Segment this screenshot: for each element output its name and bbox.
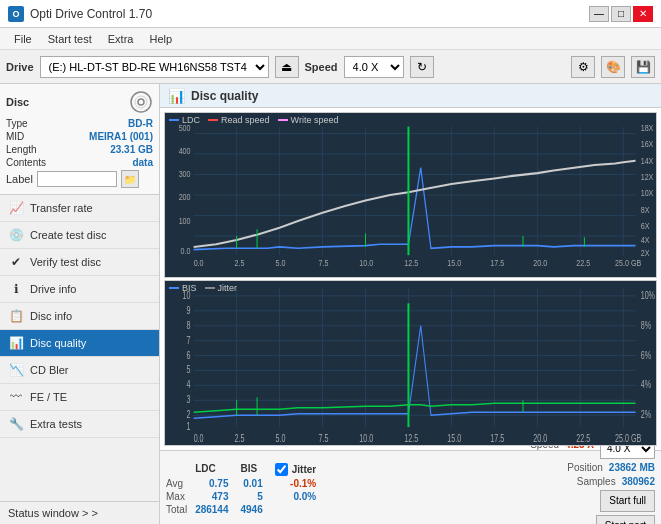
sidebar-item-cd-bler[interactable]: 📉 CD Bler: [0, 357, 159, 384]
mid-value: MEIRA1 (001): [89, 131, 153, 142]
stats-avg-row: Avg 0.75 0.01 -0.1%: [166, 477, 328, 490]
close-button[interactable]: ✕: [633, 6, 653, 22]
jitter-checkbox[interactable]: [275, 463, 288, 476]
svg-text:0.0: 0.0: [194, 257, 204, 268]
svg-text:6X: 6X: [641, 220, 650, 231]
svg-text:5: 5: [187, 364, 191, 376]
drive-toolbar: Drive (E:) HL-DT-ST BD-RE WH16NS58 TST4 …: [0, 50, 661, 84]
svg-text:2%: 2%: [641, 409, 651, 421]
drive-info-icon: ℹ: [8, 281, 24, 297]
speed-select[interactable]: 4.0 X: [344, 56, 404, 78]
samples-info: Samples 380962: [577, 476, 655, 487]
create-test-disc-icon: 💿: [8, 227, 24, 243]
svg-point-1: [138, 99, 144, 105]
eject-button[interactable]: ⏏: [275, 56, 299, 78]
start-part-button[interactable]: Start part: [596, 515, 655, 525]
sidebar-item-disc-quality[interactable]: 📊 Disc quality: [0, 330, 159, 357]
sidebar-item-create-test-disc[interactable]: 💿 Create test disc: [0, 222, 159, 249]
svg-text:1: 1: [187, 421, 191, 433]
svg-text:4: 4: [187, 379, 191, 391]
theme-button[interactable]: 🎨: [601, 56, 625, 78]
length-value: 23.31 GB: [110, 144, 153, 155]
sidebar-item-transfer-rate[interactable]: 📈 Transfer rate: [0, 195, 159, 222]
menu-bar: File Start test Extra Help: [0, 28, 661, 50]
type-label: Type: [6, 118, 28, 129]
sidebar-item-label: Drive info: [30, 283, 76, 295]
label-browse-button[interactable]: 📁: [121, 170, 139, 188]
stats-max-row: Max 473 5 0.0%: [166, 490, 328, 503]
svg-text:2: 2: [187, 409, 191, 421]
sidebar-item-drive-info[interactable]: ℹ Drive info: [0, 276, 159, 303]
start-full-button[interactable]: Start full: [600, 490, 655, 512]
charts-area: LDC Read speed Write speed: [160, 108, 661, 450]
col-header-empty: [166, 460, 195, 477]
samples-val: 380962: [622, 476, 655, 487]
write-legend-label: Write speed: [291, 115, 339, 125]
svg-text:200: 200: [179, 191, 191, 202]
svg-text:15.0: 15.0: [447, 433, 461, 445]
svg-text:4X: 4X: [641, 234, 650, 245]
svg-text:8: 8: [187, 319, 191, 331]
label-input[interactable]: [37, 171, 117, 187]
quality-title: Disc quality: [191, 89, 258, 103]
bis-legend-label: BIS: [182, 283, 197, 293]
sidebar-item-label: Verify test disc: [30, 256, 101, 268]
avg-bis: 0.01: [241, 477, 275, 490]
sidebar-item-verify-test-disc[interactable]: ✔ Verify test disc: [0, 249, 159, 276]
drive-select[interactable]: (E:) HL-DT-ST BD-RE WH16NS58 TST4: [40, 56, 269, 78]
ldc-chart: LDC Read speed Write speed: [164, 112, 657, 278]
fe-te-icon: 〰: [8, 389, 24, 405]
minimize-button[interactable]: —: [589, 6, 609, 22]
svg-text:16X: 16X: [641, 138, 654, 149]
menu-help[interactable]: Help: [141, 31, 180, 47]
col-header-ldc: LDC: [195, 460, 240, 477]
svg-text:5.0: 5.0: [275, 433, 285, 445]
svg-text:0.0: 0.0: [181, 245, 191, 256]
svg-text:5.0: 5.0: [275, 257, 285, 268]
app-icon: O: [8, 6, 24, 22]
svg-text:22.5: 22.5: [576, 257, 590, 268]
status-window-button[interactable]: Status window > >: [0, 501, 159, 524]
settings-button[interactable]: ⚙: [571, 56, 595, 78]
sidebar: Disc Type BD-R MID MEIRA1 (001) Length 2…: [0, 84, 160, 524]
maximize-button[interactable]: □: [611, 6, 631, 22]
drive-label: Drive: [6, 61, 34, 73]
svg-text:2X: 2X: [641, 247, 650, 258]
menu-file[interactable]: File: [6, 31, 40, 47]
svg-text:8X: 8X: [641, 204, 650, 215]
sidebar-item-label: Create test disc: [30, 229, 106, 241]
quality-icon: 📊: [168, 88, 185, 104]
stats-table: LDC BIS Jitter Avg: [166, 460, 522, 516]
col-header-bis: BIS: [241, 460, 275, 477]
contents-value: data: [132, 157, 153, 168]
jitter-label: Jitter: [292, 464, 316, 475]
sidebar-item-label: FE / TE: [30, 391, 67, 403]
transfer-rate-icon: 📈: [8, 200, 24, 216]
nav-items: 📈 Transfer rate 💿 Create test disc ✔ Ver…: [0, 195, 159, 438]
svg-text:6%: 6%: [641, 349, 651, 361]
quality-header: 📊 Disc quality: [160, 84, 661, 108]
svg-text:12X: 12X: [641, 171, 654, 182]
svg-text:100: 100: [179, 215, 191, 226]
svg-text:400: 400: [179, 145, 191, 156]
menu-extra[interactable]: Extra: [100, 31, 142, 47]
svg-text:20.0: 20.0: [533, 433, 547, 445]
svg-text:10.0: 10.0: [359, 257, 373, 268]
sidebar-item-label: Disc quality: [30, 337, 86, 349]
avg-ldc: 0.75: [195, 477, 240, 490]
ldc-legend-label: LDC: [182, 115, 200, 125]
bis-chart: BIS Jitter: [164, 280, 657, 446]
svg-text:25.0 GB: 25.0 GB: [615, 257, 642, 268]
save-button[interactable]: 💾: [631, 56, 655, 78]
svg-text:4%: 4%: [641, 379, 651, 391]
refresh-button[interactable]: ↻: [410, 56, 434, 78]
app-title: Opti Drive Control 1.70: [30, 7, 152, 21]
svg-text:17.5: 17.5: [490, 257, 504, 268]
max-bis: 5: [241, 490, 275, 503]
disc-info-icon: 📋: [8, 308, 24, 324]
sidebar-item-disc-info[interactable]: 📋 Disc info: [0, 303, 159, 330]
menu-start-test[interactable]: Start test: [40, 31, 100, 47]
label-label: Label: [6, 173, 33, 185]
sidebar-item-fe-te[interactable]: 〰 FE / TE: [0, 384, 159, 411]
sidebar-item-extra-tests[interactable]: 🔧 Extra tests: [0, 411, 159, 438]
